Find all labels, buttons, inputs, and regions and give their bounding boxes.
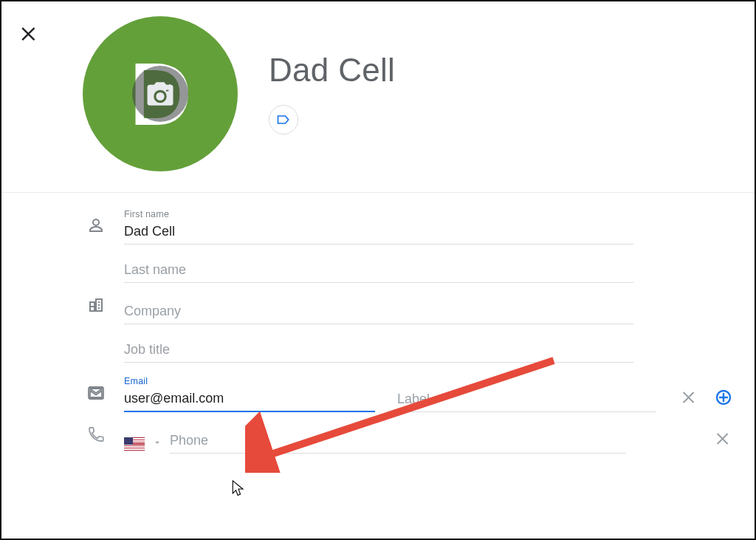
add-label-button[interactable] — [269, 105, 298, 134]
contact-header: D Dad Cell — [1, 1, 755, 193]
first-name-label: First name — [124, 209, 633, 219]
us-flag-icon — [124, 437, 145, 451]
email-label: Email — [124, 376, 375, 386]
close-icon — [19, 24, 40, 44]
close-icon — [715, 430, 732, 448]
email-label-input[interactable] — [397, 387, 656, 412]
avatar-upload[interactable]: D — [83, 16, 238, 171]
phone-icon — [87, 425, 124, 454]
camera-overlay — [132, 66, 188, 122]
email-input[interactable] — [124, 386, 375, 412]
svg-point-0 — [156, 92, 164, 100]
contact-form: First name Email — [1, 193, 755, 454]
person-icon — [87, 216, 124, 245]
label-icon — [276, 112, 291, 127]
company-icon — [87, 296, 124, 324]
email-icon — [87, 384, 124, 412]
remove-email-button[interactable] — [681, 389, 698, 406]
chevron-down-icon — [152, 437, 162, 451]
contact-title: Dad Cell — [269, 52, 395, 89]
country-code-select[interactable] — [124, 437, 162, 454]
close-button[interactable] — [19, 24, 40, 44]
add-email-button[interactable] — [715, 389, 732, 406]
cursor-icon — [232, 480, 245, 498]
plus-circle-icon — [715, 389, 732, 406]
remove-phone-button[interactable] — [715, 430, 732, 448]
camera-plus-icon — [145, 78, 176, 109]
last-name-input[interactable] — [124, 258, 633, 283]
close-icon — [681, 389, 698, 406]
company-input[interactable] — [124, 299, 633, 324]
job-title-input[interactable] — [124, 338, 633, 363]
phone-input[interactable] — [170, 428, 626, 454]
first-name-input[interactable] — [124, 219, 633, 245]
